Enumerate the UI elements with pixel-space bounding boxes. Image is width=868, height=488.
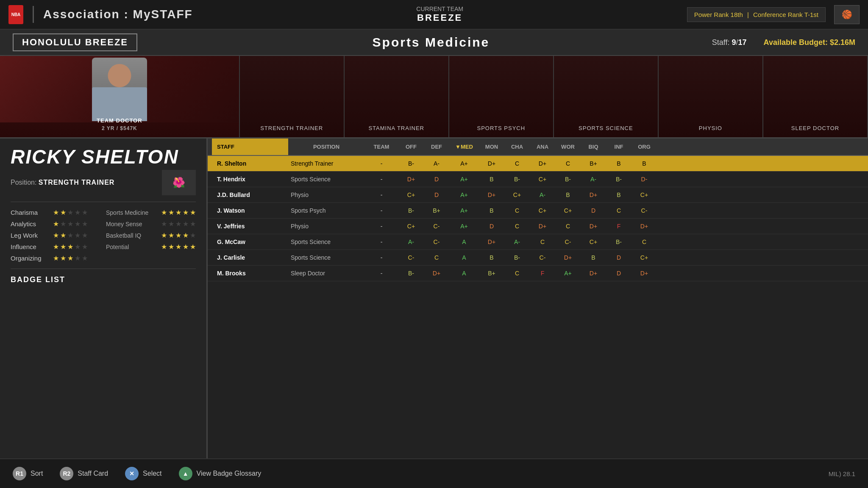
td-name-bullard: J.D. Bullard	[212, 187, 288, 202]
td-wor-hendrix: B-	[555, 172, 581, 187]
staff-card-sports-science[interactable]: SPORTS SCIENCE	[554, 56, 659, 137]
td-med-hendrix: A+	[449, 172, 479, 187]
td-team-shelton: -	[364, 156, 398, 171]
td-ana-carlisle: C-	[530, 250, 555, 265]
td-def-jeffries: C-	[424, 219, 449, 234]
staff-card-sports-psych[interactable]: SPORTS PSYCH	[449, 56, 554, 137]
nav-title-assoc: Association :	[43, 8, 129, 21]
td-def-hendrix: D	[424, 172, 449, 187]
nav-logo: NBA Association : MySTAFF	[8, 5, 193, 24]
td-biq-hendrix: A-	[581, 172, 606, 187]
td-cha-carlisle: B-	[504, 250, 530, 265]
td-mon-carlisle: B	[479, 250, 504, 265]
table-row[interactable]: M. Brooks Sleep Doctor - B- D+ A B+ C F …	[208, 266, 868, 281]
staff-card-label-stamina: STAMINA TRAINER	[368, 125, 424, 132]
td-pos-watson: Sports Psych	[288, 203, 364, 218]
portrait-head	[108, 64, 131, 87]
td-mon-brooks: B+	[479, 266, 504, 281]
staff-card-strength-trainer[interactable]: STRENGTH TRAINER	[240, 56, 345, 137]
staff-card-label-physio: PHYSIO	[699, 125, 722, 132]
table-row[interactable]: J. Watson Sports Psych - B- B+ A+ B C C+…	[208, 203, 868, 219]
nav-center: Current Team BREEZE	[193, 6, 687, 23]
td-def-brooks: D+	[424, 266, 449, 281]
td-biq-shelton: B+	[581, 156, 606, 171]
td-pos-carlisle: Sports Science	[288, 250, 364, 265]
td-wor-brooks: A+	[555, 266, 581, 281]
badge-glossary-action[interactable]: ▲ View Badge Glossary	[179, 467, 262, 480]
staff-card-action[interactable]: R2 Staff Card	[60, 467, 108, 480]
select-button-label: Select	[143, 470, 161, 477]
td-def-watson: B+	[424, 203, 449, 218]
organizing-label: Organizing	[11, 255, 49, 262]
organizing-stars: ★★★★★	[53, 254, 88, 262]
td-off-jeffries: C+	[398, 219, 424, 234]
td-mon-hendrix: B	[479, 172, 504, 187]
legwork-stars: ★★★★★	[53, 231, 88, 239]
charisma-stars: ★★★★★	[53, 208, 88, 216]
table-row[interactable]: J. Carlisle Sports Science - C- C A B B-…	[208, 250, 868, 266]
td-mon-mccaw: D+	[479, 234, 504, 250]
td-med-jeffries: A+	[449, 219, 479, 234]
staff-card-physio[interactable]: PHYSIO	[659, 56, 763, 137]
table-row[interactable]: V. Jeffries Physio - C+ C- A+ D C D+ C D…	[208, 219, 868, 234]
td-biq-bullard: D+	[581, 187, 606, 202]
table-row[interactable]: G. McCaw Sports Science - A- C- A D+ A- …	[208, 234, 868, 250]
td-mon-watson: B	[479, 203, 504, 218]
staff-card-button-icon: R2	[60, 467, 73, 480]
bottom-hint: MIL) 28.1	[829, 470, 855, 477]
top-nav: NBA Association : MySTAFF Current Team B…	[0, 0, 868, 30]
td-name-hendrix: T. Hendrix	[212, 172, 288, 187]
td-pos-mccaw: Sports Science	[288, 234, 364, 250]
nba-logo-icon: NBA	[8, 5, 23, 24]
section-title: Sports Medicine	[150, 35, 712, 50]
nav-title-mystaff: MySTAFF	[133, 8, 193, 21]
th-inf: INF	[606, 139, 632, 155]
td-cha-jeffries: C	[504, 219, 530, 234]
td-biq-mccaw: C+	[581, 234, 606, 250]
staff-card-label-psych: SPORTS PSYCH	[477, 125, 525, 132]
sort-action[interactable]: R1 Sort	[13, 467, 43, 480]
table-row[interactable]: R. Shelton Strength Trainer - B- A- A+ D…	[208, 156, 868, 172]
team-crest-icon: 🌺	[162, 170, 196, 195]
basketball-iq-stars: ★★★★★	[161, 231, 196, 239]
td-inf-carlisle: D	[606, 250, 632, 265]
position-value: STRENGTH TRAINER	[39, 179, 115, 186]
select-action[interactable]: ✕ Select	[125, 467, 161, 480]
budget-label: Available Budget:	[764, 38, 828, 47]
staff-card-sleep-doctor[interactable]: SLEEP DOCTOR	[763, 56, 868, 137]
td-pos-jeffries: Physio	[288, 219, 364, 234]
staff-card-stamina-trainer[interactable]: STAMINA TRAINER	[345, 56, 449, 137]
td-med-brooks: A	[449, 266, 479, 281]
td-off-hendrix: D+	[398, 172, 424, 187]
money-sense-stars: ★★★★★	[161, 220, 196, 228]
table-row[interactable]: J.D. Bullard Physio - C+ D A+ D+ C+ A- B…	[208, 187, 868, 203]
td-cha-brooks: C	[504, 266, 530, 281]
td-off-brooks: B-	[398, 266, 424, 281]
table-row[interactable]: T. Hendrix Sports Science - D+ D A+ B B-…	[208, 172, 868, 187]
player-name: RICKY SHELTON	[11, 147, 196, 166]
td-cha-mccaw: A-	[504, 234, 530, 250]
left-panel: RICKY SHELTON Position: STRENGTH TRAINER…	[0, 139, 208, 458]
budget-info: Available Budget: $2.16M	[764, 38, 855, 47]
staff-card-team-doctor[interactable]: TEAM DOCTOR2 Yr / $547K	[0, 56, 240, 137]
td-name-watson: J. Watson	[212, 203, 288, 218]
th-biq: BIQ	[581, 139, 606, 155]
staff-card-sublabel-doctor: 2 Yr / $547K	[102, 125, 137, 131]
td-inf-watson: C	[606, 203, 632, 218]
td-inf-jeffries: F	[606, 219, 632, 234]
staff-card-label-science: SPORTS SCIENCE	[579, 125, 633, 132]
content-area: RICKY SHELTON Position: STRENGTH TRAINER…	[0, 139, 868, 458]
th-staff: STAFF	[212, 139, 288, 155]
potential-label: Potential	[106, 244, 157, 250]
influence-stars: ★★★★★	[53, 243, 88, 251]
staff-cards-row: TEAM DOCTOR2 Yr / $547K STRENGTH TRAINER…	[0, 56, 868, 139]
td-ana-brooks: F	[530, 266, 555, 281]
td-name-mccaw: G. McCaw	[212, 234, 288, 250]
td-inf-hendrix: B-	[606, 172, 632, 187]
td-off-mccaw: A-	[398, 234, 424, 250]
staff-info: Staff: 9/17	[712, 38, 747, 47]
td-med-bullard: A+	[449, 187, 479, 202]
analytics-label: Analytics	[11, 220, 49, 227]
badge-glossary-button-label: View Badge Glossary	[197, 470, 262, 477]
td-med-watson: A+	[449, 203, 479, 218]
